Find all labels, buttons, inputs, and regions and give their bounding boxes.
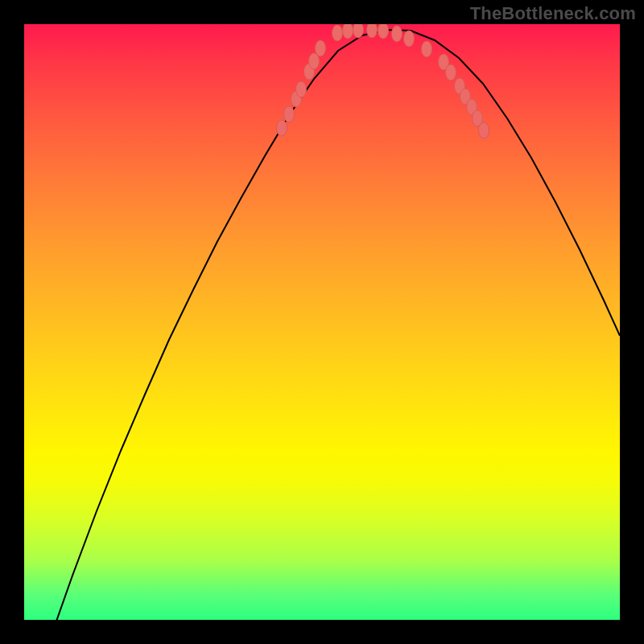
chart-overlay	[24, 24, 620, 620]
marker-point	[404, 31, 415, 47]
watermark-text: TheBottleneck.com	[470, 3, 636, 24]
marker-point	[296, 81, 307, 97]
plot-area	[24, 24, 620, 620]
marker-point	[353, 24, 364, 38]
marker-point	[367, 24, 378, 38]
chart-frame: TheBottleneck.com	[0, 0, 644, 644]
highlight-markers	[277, 24, 489, 138]
marker-point	[277, 120, 287, 136]
marker-point	[316, 40, 326, 56]
marker-point	[392, 26, 402, 42]
marker-point	[378, 24, 389, 39]
bottleneck-curve	[48, 30, 620, 620]
marker-point	[422, 41, 432, 57]
marker-point	[284, 106, 295, 122]
marker-point	[343, 24, 353, 39]
marker-point	[446, 64, 456, 80]
marker-point	[332, 25, 343, 41]
marker-point	[479, 122, 489, 138]
